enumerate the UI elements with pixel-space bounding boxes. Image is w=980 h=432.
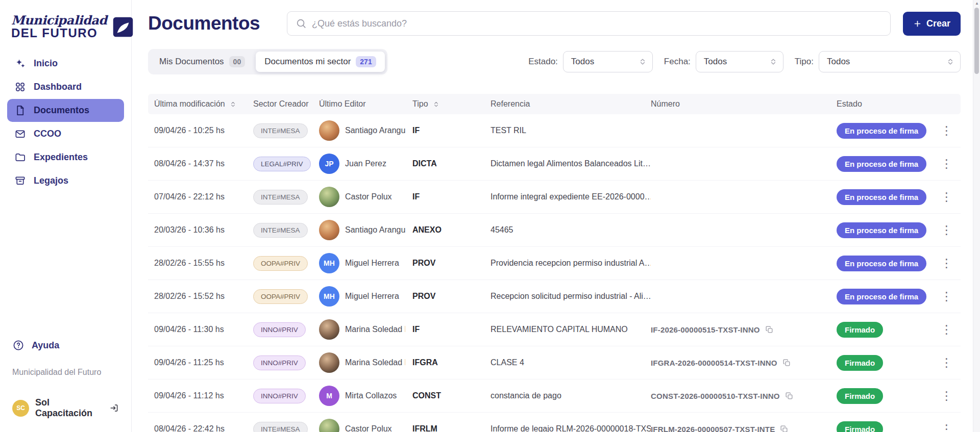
page-scrollbar[interactable]: ▲ bbox=[973, 0, 980, 432]
filter-tipo-select[interactable]: Todos bbox=[819, 51, 961, 72]
document-type: ANEXO bbox=[412, 225, 491, 235]
table-row[interactable]: 28/02/26 - 15:52 hs OOPA#PRIV MHMiguel H… bbox=[148, 280, 961, 313]
search-input[interactable] bbox=[312, 18, 882, 29]
editor-name: Castor Polux bbox=[345, 192, 392, 201]
table-row[interactable]: 20/03/26 - 10:36 hs INTE#MESA Santiago A… bbox=[148, 214, 961, 247]
last-modified: 07/04/26 - 22:12 hs bbox=[148, 192, 253, 201]
sidebar-nav: Inicio Dashboard Documentos CCOO Expedie… bbox=[0, 52, 131, 192]
create-button[interactable]: Crear bbox=[903, 12, 961, 36]
row-menu-button[interactable]: ⋮ bbox=[941, 291, 952, 302]
editor-avatar bbox=[319, 419, 339, 432]
column-header-estado: Estado bbox=[837, 99, 941, 109]
filter-fecha-select[interactable]: Todos bbox=[696, 51, 783, 72]
sort-icon[interactable] bbox=[229, 100, 237, 108]
sidebar-item-expedientes[interactable]: Expedientes bbox=[7, 146, 124, 169]
sector-badge: LEGAL#PRIV bbox=[253, 157, 311, 171]
copy-icon[interactable] bbox=[782, 359, 791, 367]
row-menu-button[interactable]: ⋮ bbox=[941, 390, 952, 402]
plus-icon bbox=[913, 19, 922, 28]
last-modified: 09/04/26 - 10:25 hs bbox=[148, 126, 253, 135]
select-value: Todos bbox=[571, 57, 594, 67]
sector-badge: OOPA#PRIV bbox=[253, 289, 308, 304]
sidebar-item-ccoo[interactable]: CCOO bbox=[7, 122, 124, 145]
app-logo[interactable]: Municipalidad DEL FUTURO bbox=[0, 12, 131, 42]
reference: Informe integral expediente EE-2026-0000… bbox=[491, 192, 651, 201]
editor-name: Santiago Arangure bbox=[345, 126, 405, 135]
table-row[interactable]: 09/04/26 - 11:25 hs INNO#PRIV Marina Sol… bbox=[148, 346, 961, 379]
reference: TEST RIL bbox=[491, 126, 651, 135]
table-row[interactable]: 28/02/26 - 15:55 hs OOPA#PRIV MHMiguel H… bbox=[148, 247, 961, 280]
table-row[interactable]: 09/04/26 - 11:30 hs INNO#PRIV Marina Sol… bbox=[148, 313, 961, 346]
column-header-número: Número bbox=[651, 99, 837, 109]
status-badge: En proceso de firma bbox=[837, 289, 926, 304]
reference: Recepcion solicitud permiso industrial -… bbox=[491, 292, 651, 301]
sector-badge: INTE#MESA bbox=[253, 190, 308, 205]
editor-name: Marina Soledad He bbox=[345, 358, 405, 367]
document-type: PROV bbox=[412, 259, 491, 268]
user-menu[interactable]: SC Sol Capacitación bbox=[12, 397, 119, 419]
sidebar-item-legajos[interactable]: Legajos bbox=[7, 169, 124, 192]
row-menu-button[interactable]: ⋮ bbox=[941, 423, 952, 432]
status-badge: Firmado bbox=[837, 388, 883, 404]
row-menu-button[interactable]: ⋮ bbox=[941, 224, 952, 236]
last-modified: 28/02/26 - 15:55 hs bbox=[148, 259, 253, 268]
editor-name: Miguel Herrera bbox=[345, 292, 399, 301]
document-number: IFGRA-2026-00000514-TXST-INNO bbox=[651, 359, 777, 367]
copy-icon[interactable] bbox=[785, 392, 794, 400]
filter-estado: Estado: Todos bbox=[528, 51, 653, 72]
chevrons-icon bbox=[638, 57, 647, 66]
help-link[interactable]: Ayuda bbox=[12, 339, 119, 351]
editor-name: Castor Polux bbox=[345, 424, 392, 432]
editor-name: Marina Soledad He bbox=[345, 325, 405, 334]
filter-estado-select[interactable]: Todos bbox=[563, 51, 653, 72]
row-menu-button[interactable]: ⋮ bbox=[941, 324, 952, 336]
create-button-label: Crear bbox=[926, 18, 950, 29]
table-row[interactable]: 07/04/26 - 22:12 hs INTE#MESA Castor Pol… bbox=[148, 181, 961, 214]
column-header-sector-creador: Sector Creador bbox=[253, 99, 319, 109]
column-header-tipo[interactable]: Tipo bbox=[412, 99, 491, 109]
row-menu-button[interactable]: ⋮ bbox=[941, 258, 952, 269]
sidebar-item-inicio[interactable]: Inicio bbox=[7, 52, 124, 75]
editor-avatar: M bbox=[319, 386, 339, 406]
last-modified: 08/04/26 - 22:42 hs bbox=[148, 424, 253, 432]
copy-icon[interactable] bbox=[780, 425, 789, 432]
row-menu-button[interactable]: ⋮ bbox=[941, 125, 952, 137]
sidebar-item-label: Expedientes bbox=[34, 152, 88, 163]
document-number: IF-2026-00000515-TXST-INNO bbox=[651, 325, 760, 334]
main-content: Documentos Crear Mis Documentos 00 Docum… bbox=[132, 0, 980, 432]
scroll-up-arrow-icon[interactable]: ▲ bbox=[975, 1, 979, 6]
table-row[interactable]: 09/04/26 - 11:12 hs INNO#PRIV MMirta Col… bbox=[148, 379, 961, 413]
tab-mis-documentos[interactable]: Mis Documentos 00 bbox=[151, 52, 254, 72]
sidebar-item-documentos[interactable]: Documentos bbox=[7, 99, 124, 122]
tab-documentos-mi-sector[interactable]: Documentos mi sector 271 bbox=[256, 52, 384, 72]
status-badge: En proceso de firma bbox=[837, 189, 926, 205]
sidebar-item-label: Inicio bbox=[34, 58, 58, 69]
table-row[interactable]: 08/04/26 - 14:37 hs LEGAL#PRIV JPJuan Pe… bbox=[148, 147, 961, 181]
search-box[interactable] bbox=[287, 11, 891, 36]
filter-label: Tipo: bbox=[795, 57, 814, 67]
reference: Providencia recepcion permiso industrial… bbox=[491, 259, 651, 268]
sidebar-footer: Ayuda Municipalidad del Futuro SC Sol Ca… bbox=[0, 339, 131, 419]
document-type: IFGRA bbox=[412, 358, 491, 367]
row-menu-button[interactable]: ⋮ bbox=[941, 357, 952, 369]
sidebar-item-dashboard[interactable]: Dashboard bbox=[7, 75, 124, 98]
scrollbar-thumb[interactable] bbox=[974, 8, 979, 74]
grid-icon bbox=[14, 81, 26, 93]
column-header-última-modificación[interactable]: Última modificación bbox=[148, 99, 253, 109]
copy-icon[interactable] bbox=[765, 325, 774, 334]
editor-name: Miguel Herrera bbox=[345, 259, 399, 268]
table-row[interactable]: 09/04/26 - 10:25 hs INTE#MESA Santiago A… bbox=[148, 114, 961, 147]
table-row[interactable]: 08/04/26 - 22:42 hs INTE#MESA Castor Pol… bbox=[148, 413, 961, 432]
logout-icon[interactable] bbox=[109, 402, 119, 414]
row-menu-button[interactable]: ⋮ bbox=[941, 158, 952, 170]
sort-icon[interactable] bbox=[432, 100, 440, 108]
reference: RELEVAMIENTO CAPITAL HUMANO bbox=[491, 325, 651, 334]
table-body: 09/04/26 - 10:25 hs INTE#MESA Santiago A… bbox=[148, 114, 961, 432]
sidebar-item-label: CCOO bbox=[34, 129, 61, 139]
row-menu-button[interactable]: ⋮ bbox=[941, 191, 952, 203]
tab-label: Documentos mi sector bbox=[264, 57, 351, 67]
logo-flag-icon bbox=[112, 16, 134, 38]
document-type: IFRLM bbox=[412, 424, 491, 432]
sidebar-item-label: Documentos bbox=[34, 105, 89, 116]
editor-avatar: MH bbox=[319, 253, 339, 273]
